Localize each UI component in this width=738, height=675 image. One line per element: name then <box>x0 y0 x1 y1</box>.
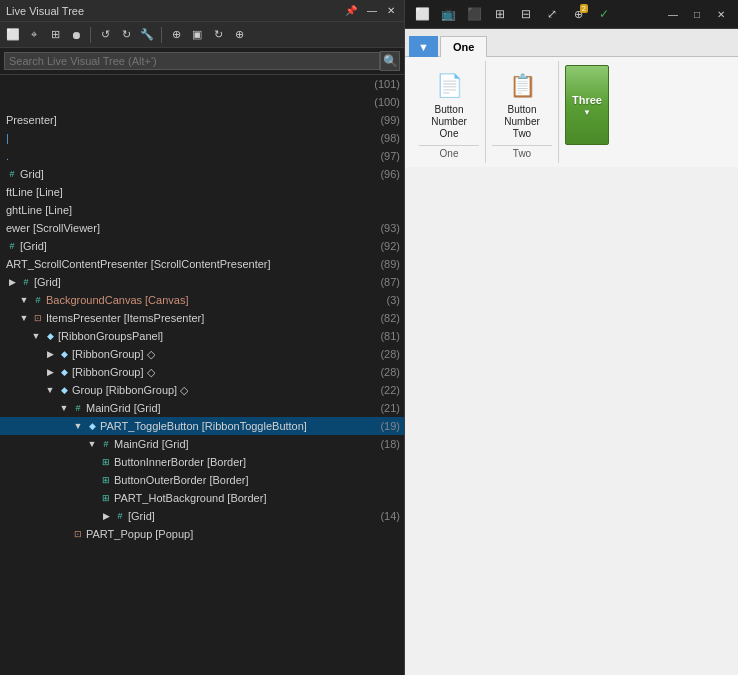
expand-icon[interactable]: ▼ <box>30 330 42 342</box>
bracket-icon: ⊡ <box>32 312 44 324</box>
app-btn-1[interactable]: ⬜ <box>411 3 433 25</box>
tree-row[interactable]: ▶ ◆ [RibbonGroup] ◇ (28) <box>0 345 404 363</box>
btn-three-arrow: ▼ <box>583 108 591 117</box>
ribbon-group-one: 📄 Button Number One One <box>413 61 486 163</box>
btn-two-icon: 📋 <box>506 70 538 102</box>
toolbar-btn-3[interactable]: ⊞ <box>46 26 64 44</box>
app-btn-check[interactable]: ✓ <box>593 3 615 25</box>
tree-row[interactable]: ▶ ◆ [RibbonGroup] ◇ (28) <box>0 363 404 381</box>
tree-row[interactable]: # Grid] (96) <box>0 165 404 183</box>
tree-row[interactable]: ftLine [Line] <box>0 183 404 201</box>
tree-row[interactable]: ▼ ◆ [RibbonGroupsPanel] (81) <box>0 327 404 345</box>
tree-row-selected[interactable]: ▼ ◆ PART_ToggleButton [RibbonToggleButto… <box>0 417 404 435</box>
bracket-icon: ⊡ <box>72 528 84 540</box>
tree-row[interactable]: ▼ # BackgroundCanvas [Canvas] (3) <box>0 291 404 309</box>
tree-row[interactable]: ▼ ⊡ ItemsPresenter [ItemsPresenter] (82) <box>0 309 404 327</box>
minimize-button[interactable]: — <box>364 4 380 17</box>
toolbar-btn-1[interactable]: ⬜ <box>4 26 22 44</box>
tree-row[interactable]: ghtLine [Line] <box>0 201 404 219</box>
hash-icon: ⊞ <box>100 474 112 486</box>
tree-row[interactable]: . (97) <box>0 147 404 165</box>
tree-row[interactable]: ewer [ScrollViewer] (93) <box>0 219 404 237</box>
tree-row[interactable]: ▶ # [Grid] (14) <box>0 507 404 525</box>
app-btn-badge[interactable]: ⊕ 2 <box>567 3 589 25</box>
tree-row[interactable]: | (98) <box>0 129 404 147</box>
diamond-icon: ◆ <box>44 330 56 342</box>
live-visual-tree-panel: Live Visual Tree 📌 — ✕ ⬜ ⌖ ⊞ ⏺ ↺ ↻ 🔧 ⊕ ▣… <box>0 0 405 675</box>
toolbar-btn-2[interactable]: ⌖ <box>25 26 43 44</box>
app-titlebar: ⬜ 📺 ⬛ ⊞ ⊟ ⤢ ⊕ 2 ✓ — □ ✕ <box>405 0 738 29</box>
toolbar-btn-refresh[interactable]: ↻ <box>209 26 227 44</box>
diamond-icon: ◆ <box>86 420 98 432</box>
grid-icon: # <box>72 402 84 414</box>
search-button[interactable]: 🔍 <box>380 51 400 71</box>
expand-icon[interactable]: ▶ <box>44 348 56 360</box>
app-btn-5[interactable]: ⊟ <box>515 3 537 25</box>
tab-one[interactable]: One <box>440 36 487 57</box>
ribbon-tabs: ▼ One <box>405 29 738 57</box>
expand-icon[interactable]: ▼ <box>86 438 98 450</box>
toolbar-btn-redo[interactable]: ↻ <box>117 26 135 44</box>
hash-icon: ⊞ <box>100 456 112 468</box>
right-panel: ⬜ 📺 ⬛ ⊞ ⊟ ⤢ ⊕ 2 ✓ — □ ✕ ▼ One <box>405 0 738 675</box>
app-btn-3[interactable]: ⬛ <box>463 3 485 25</box>
tree-row[interactable]: ⊞ ButtonOuterBorder [Border] <box>0 471 404 489</box>
window-close[interactable]: ✕ <box>710 5 732 23</box>
tree-row[interactable]: ⊡ PART_Popup [Popup] <box>0 525 404 543</box>
tree-row[interactable]: ▶ # [Grid] (87) <box>0 273 404 291</box>
tree-row[interactable]: (100) <box>0 93 404 111</box>
grid-icon: # <box>6 168 18 180</box>
panel-titlebar: Live Visual Tree 📌 — ✕ <box>0 0 404 22</box>
search-input[interactable] <box>4 52 380 70</box>
app-btn-6[interactable]: ⤢ <box>541 3 563 25</box>
btn-one-icon: 📄 <box>433 70 465 102</box>
tree-row[interactable]: Presenter] (99) <box>0 111 404 129</box>
tree-toolbar: ⬜ ⌖ ⊞ ⏺ ↺ ↻ 🔧 ⊕ ▣ ↻ ⊕ <box>0 22 404 48</box>
ribbon-group-three: Three ▼ <box>559 61 615 149</box>
window-controls: — □ ✕ <box>662 5 732 23</box>
expand-icon[interactable]: ▶ <box>6 276 18 288</box>
grid-icon: # <box>32 294 44 306</box>
expand-icon[interactable]: ▶ <box>100 510 112 522</box>
tree-row[interactable]: (101) <box>0 75 404 93</box>
expand-icon[interactable]: ▼ <box>18 294 30 306</box>
button-number-two[interactable]: 📋 Button Number Two <box>495 65 549 145</box>
tree-row[interactable]: ▼ ◆ Group [RibbonGroup] ◇ (22) <box>0 381 404 399</box>
app-btn-4[interactable]: ⊞ <box>489 3 511 25</box>
toolbar-btn-grid[interactable]: ▣ <box>188 26 206 44</box>
expand-icon[interactable]: ▼ <box>72 420 84 432</box>
tree-row[interactable]: ⊞ PART_HotBackground [Border] <box>0 489 404 507</box>
pin-button[interactable]: 📌 <box>342 4 360 17</box>
btn-one-label: Button Number One <box>425 104 473 140</box>
tree-row[interactable]: # [Grid] (92) <box>0 237 404 255</box>
toolbar-btn-undo[interactable]: ↺ <box>96 26 114 44</box>
group-one-label: One <box>419 145 479 159</box>
tree-row[interactable]: ⊞ ButtonInnerBorder [Border] <box>0 453 404 471</box>
toolbar-btn-settings[interactable]: 🔧 <box>138 26 156 44</box>
toolbar-sep-1 <box>90 27 91 43</box>
grid-icon: # <box>100 438 112 450</box>
tree-row[interactable]: ▼ # MainGrid [Grid] (18) <box>0 435 404 453</box>
expand-icon[interactable]: ▶ <box>44 366 56 378</box>
diamond-icon: ◆ <box>58 348 70 360</box>
grid-icon: # <box>6 240 18 252</box>
tree-row[interactable]: ▼ # MainGrid [Grid] (21) <box>0 399 404 417</box>
tree-row[interactable]: ART_ScrollContentPresenter [ScrollConten… <box>0 255 404 273</box>
tree-area[interactable]: (101) (100) Presenter] (99) | (98) . (97… <box>0 75 404 675</box>
toolbar-btn-record[interactable]: ⏺ <box>67 26 85 44</box>
window-minimize[interactable]: — <box>662 5 684 23</box>
diamond-icon: ◆ <box>58 366 70 378</box>
expand-icon[interactable]: ▼ <box>58 402 70 414</box>
toolbar-btn-add[interactable]: ⊕ <box>167 26 185 44</box>
app-btn-2[interactable]: 📺 <box>437 3 459 25</box>
expand-icon[interactable]: ▼ <box>18 312 30 324</box>
window-maximize[interactable]: □ <box>686 5 708 23</box>
grid-icon: # <box>114 510 126 522</box>
expand-icon[interactable]: ▼ <box>44 384 56 396</box>
button-number-one[interactable]: 📄 Button Number One <box>422 65 476 145</box>
tab-dropdown[interactable]: ▼ <box>409 36 438 57</box>
toolbar-btn-plus[interactable]: ⊕ <box>230 26 248 44</box>
close-panel-button[interactable]: ✕ <box>384 4 398 17</box>
search-row: 🔍 <box>0 48 404 75</box>
button-three[interactable]: Three ▼ <box>565 65 609 145</box>
